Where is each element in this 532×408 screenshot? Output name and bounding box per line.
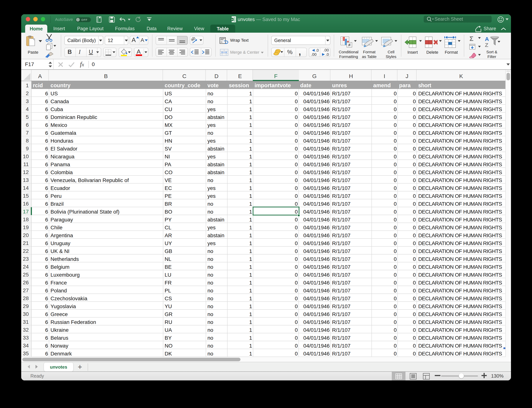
svg-text:ab: ab xyxy=(191,37,196,42)
svg-text:≠: ≠ xyxy=(348,42,351,47)
svg-text:Z: Z xyxy=(485,42,488,47)
svg-text:x: x xyxy=(232,18,233,21)
svg-text:A: A xyxy=(485,36,489,42)
